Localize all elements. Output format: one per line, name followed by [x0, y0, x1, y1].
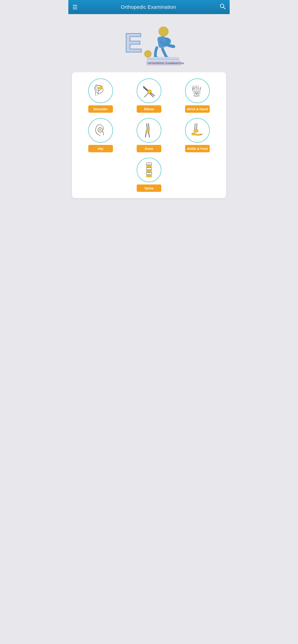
svg-point-49	[194, 129, 198, 132]
elbow-label: Elbow	[137, 105, 161, 113]
app-header: ☰ Orthopedic Examination	[68, 0, 230, 14]
svg-point-15	[97, 87, 99, 89]
spine-item[interactable]: Spine	[127, 158, 171, 192]
hip-item[interactable]: Hip	[79, 118, 122, 152]
search-icon[interactable]	[219, 3, 226, 11]
body-row-2: Hip Knee	[76, 118, 222, 152]
svg-line-47	[195, 124, 195, 130]
ankle-foot-label: Ankle & Foot	[185, 145, 210, 152]
shoulder-icon-circle	[88, 78, 113, 103]
knee-icon-circle	[137, 118, 161, 143]
svg-line-48	[197, 124, 197, 130]
elbow-icon-circle	[137, 78, 161, 103]
ankle-foot-icon-circle	[185, 118, 210, 143]
shoulder-label: Shoulder	[88, 105, 113, 113]
knee-label: Knee	[137, 145, 161, 152]
spine-label: Spine	[137, 184, 161, 192]
header-title: Orthopedic Examination	[121, 4, 176, 10]
svg-rect-27	[198, 92, 200, 93]
logo-area: E E ORTHOPEDIC EXAMINATION	[68, 14, 230, 70]
svg-point-39	[99, 129, 101, 131]
svg-line-40	[147, 124, 147, 130]
svg-line-28	[193, 86, 193, 91]
hip-label: Hip	[88, 145, 113, 152]
main-card: Shoulder Elbow	[72, 72, 226, 198]
svg-line-29	[194, 86, 194, 91]
svg-line-41	[148, 124, 149, 130]
svg-rect-25	[194, 92, 196, 93]
svg-line-32	[200, 87, 201, 91]
svg-line-31	[198, 86, 198, 91]
svg-point-50	[192, 132, 195, 135]
hip-icon-circle	[88, 118, 113, 143]
ankle-foot-item[interactable]: Ankle & Foot	[176, 118, 219, 152]
svg-text:E: E	[124, 28, 142, 58]
svg-line-44	[148, 132, 150, 137]
svg-line-22	[144, 94, 148, 97]
svg-line-1	[223, 7, 225, 9]
svg-point-11	[144, 50, 152, 58]
body-row-3: Spine	[76, 158, 222, 192]
spine-icon-circle	[137, 158, 161, 182]
wrist-hand-icon-circle	[185, 78, 210, 103]
svg-rect-23	[195, 94, 197, 95]
wrist-hand-item[interactable]: Wrist & Hand	[176, 78, 219, 113]
menu-icon[interactable]: ☰	[72, 4, 78, 10]
svg-line-43	[145, 132, 146, 137]
logo-container: E E ORTHOPEDIC EXAMINATION	[113, 21, 185, 66]
knee-item[interactable]: Knee	[127, 118, 171, 152]
svg-rect-24	[197, 94, 199, 95]
svg-rect-26	[196, 92, 198, 93]
bottom-space	[68, 202, 230, 230]
wrist-hand-label: Wrist & Hand	[185, 105, 210, 113]
svg-point-4	[159, 26, 169, 36]
svg-line-51	[202, 134, 203, 134]
body-row-1: Shoulder Elbow	[76, 78, 222, 113]
elbow-item[interactable]: Elbow	[127, 78, 171, 113]
svg-text:ORTHOPEDIC EXAMINATION: ORTHOPEDIC EXAMINATION	[147, 62, 184, 64]
shoulder-item[interactable]: Shoulder	[79, 78, 122, 113]
svg-rect-10	[147, 59, 179, 60]
